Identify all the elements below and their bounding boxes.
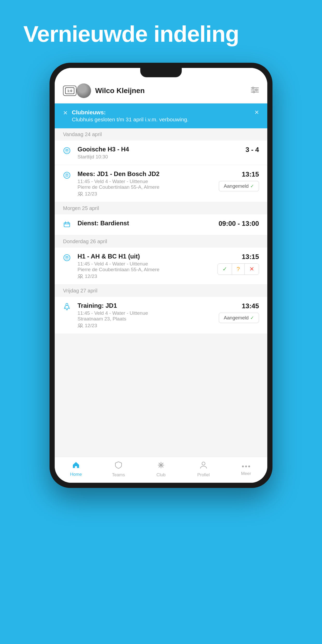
event-bardienst[interactable]: Dienst: Bardienst 09:00 - 13:00 [55,214,267,235]
news-dismiss-left[interactable]: ✕ [63,110,68,116]
svg-rect-18 [64,223,70,227]
phone-frame: 1:0 Wilco Kleijnen [50,63,272,488]
nav-label-meer: Meer [241,471,251,476]
nav-item-club[interactable]: Club [140,461,182,478]
event-gooische-right: 3 - 4 [246,146,259,154]
news-body: Clubhuis gesloten t/m 31 april i.v.m. ve… [72,116,250,123]
event-h1-address: Pierre de Coubertinlaan 55-A, Almere [78,267,214,272]
event-mees-content: Mees: JD1 - Den Bosch JD2 11:45 - Veld 4… [78,170,216,197]
event-mees[interactable]: Mees: JD1 - Den Bosch JD2 11:45 - Veld 4… [55,165,267,202]
event-h1-players: 12/23 [78,274,214,279]
service-icon [63,221,73,230]
svg-point-28 [66,303,68,305]
svg-point-29 [78,324,80,326]
svg-point-37 [245,466,247,467]
shield-icon [115,461,122,471]
svg-point-17 [80,192,82,194]
content-spacer [55,334,267,457]
profile-icon [200,461,207,471]
event-mees-players-count: 12/23 [85,191,97,197]
phone-inner: 1:0 Wilco Kleijnen [55,68,267,483]
section-header-tomorrow: Morgen 25 april [55,202,267,214]
check-icon: ✓ [250,183,254,189]
event-mees-title: Mees: JD1 - Den Bosch JD2 [78,170,216,178]
user-name: Wilco Kleijnen [95,87,251,95]
event-gooische-sub: Starttijd 10:30 [78,154,242,160]
event-training[interactable]: Training: JD1 11:45 - Veld 4 - Water - U… [55,297,267,334]
rsvp-maybe-button[interactable]: ? [232,264,245,275]
phone-notch [140,68,182,77]
event-bardienst-right: 09:00 - 13:00 [219,220,259,228]
app-screen: 1:0 Wilco Kleijnen [55,68,267,483]
home-icon [72,461,80,470]
event-mees-address: Pierre de Coubertinlaan 55-A, Almere [78,184,216,190]
event-h1-right: 13:15 ✓ ? ✕ [218,253,259,275]
avatar[interactable] [76,83,91,98]
aangemeld-button-training[interactable]: Aangemeld ✓ [219,313,259,323]
rsvp-yes-button[interactable]: ✓ [218,264,232,275]
svg-point-27 [80,275,82,277]
more-icon [242,461,250,470]
event-training-content: Training: JD1 11:45 - Veld 4 - Water - U… [78,302,216,328]
check-icon-2: ✓ [250,315,254,321]
page-bg-title: Vernieuwde indeling [0,21,239,47]
event-h1-content: H1 - AH & BC H1 (uit) 11:45 - Veld 4 - W… [78,253,214,279]
event-bardienst-time: 09:00 - 13:00 [219,220,259,228]
event-h1-sub: 11:45 - Veld 4 - Water - Uittenue [78,261,214,267]
event-training-players-count: 12/23 [85,323,97,328]
news-title: Clubnieuws: [72,109,250,116]
svg-point-16 [78,192,80,194]
section-header-today: Vandaag 24 april [55,128,267,141]
svg-text:1:0: 1:0 [67,89,72,93]
nav-label-club: Club [157,472,166,478]
match-icon-3 [63,254,73,263]
news-banner: ✕ Clubnieuws: Clubhuis gesloten t/m 31 a… [55,103,267,128]
aangemeld-button-mees[interactable]: Aangemeld ✓ [219,181,259,191]
event-h1-time: 13:15 [242,253,259,261]
event-h1-title: H1 - AH & BC H1 (uit) [78,253,214,260]
filter-icon[interactable] [251,87,259,95]
svg-point-6 [256,89,257,91]
event-training-address: Straatnaam 23, Plaats [78,316,216,322]
event-training-time: 13:45 [242,302,259,310]
match-icon-2 [63,171,73,181]
event-mees-time: 13:15 [242,170,259,178]
svg-point-5 [252,87,254,89]
event-h1-players-count: 12/23 [85,274,97,279]
event-gooische-content: Gooische H3 - H4 Starttijd 10:30 [78,146,242,160]
event-training-sub: 11:45 - Veld 4 - Water - Uittenue [78,310,216,316]
svg-point-30 [80,324,82,326]
section-header-thursday: Donderdag 26 april [55,235,267,248]
training-icon [63,303,73,312]
scoreboard-icon[interactable]: 1:0 [63,86,76,96]
event-mees-sub: 11:45 - Veld 4 - Water - Uittenue [78,179,216,184]
rsvp-no-button[interactable]: ✕ [245,264,259,275]
news-dismiss-right[interactable]: ✕ [254,109,259,116]
nav-label-teams: Teams [112,472,125,478]
nav-label-home: Home [70,472,82,477]
nav-item-meer[interactable]: Meer [225,461,267,478]
nav-item-teams[interactable]: Teams [97,461,140,478]
match-icon [63,147,73,156]
event-h1[interactable]: H1 - AH & BC H1 (uit) 11:45 - Veld 4 - W… [55,248,267,285]
event-gooische-score: 3 - 4 [246,146,259,154]
event-training-title: Training: JD1 [78,302,216,309]
svg-point-36 [242,466,244,467]
svg-point-7 [253,91,255,93]
event-training-players: 12/23 [78,323,216,328]
event-gooische[interactable]: Gooische H3 - H4 Starttijd 10:30 3 - 4 [55,141,267,165]
event-bardienst-title: Dienst: Bardienst [78,220,215,227]
rsvp-buttons[interactable]: ✓ ? ✕ [218,263,259,275]
nav-item-home[interactable]: Home [55,461,97,478]
svg-point-26 [78,275,80,277]
nav-label-profiel: Profiel [197,472,210,478]
event-training-right: 13:45 Aangemeld ✓ [219,302,259,323]
bottom-nav: Home Teams [55,457,267,483]
news-content: Clubnieuws: Clubhuis gesloten t/m 31 apr… [72,109,250,123]
event-gooische-title: Gooische H3 - H4 [78,146,242,153]
event-mees-players: 12/23 [78,191,216,197]
svg-point-35 [202,462,205,465]
nav-item-profiel[interactable]: Profiel [182,461,225,478]
svg-point-38 [248,466,250,467]
event-mees-right: 13:15 Aangemeld ✓ [219,170,259,191]
